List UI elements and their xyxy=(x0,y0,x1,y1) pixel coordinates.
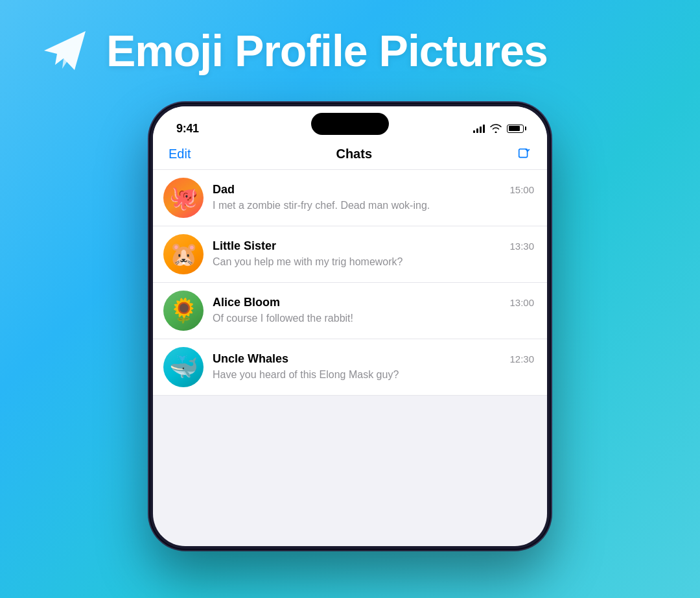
chat-item-little-sister[interactable]: 🐹 Little Sister 13:30 Can you help me wi… xyxy=(153,226,547,283)
edit-button[interactable]: Edit xyxy=(169,147,191,161)
chat-time-uncle-whales: 12:30 xyxy=(509,353,534,365)
header: Emoji Profile Pictures xyxy=(0,0,700,96)
compose-button[interactable] xyxy=(517,147,531,161)
chat-time-little-sister: 13:30 xyxy=(509,241,534,252)
wifi-icon xyxy=(490,124,502,133)
chat-preview-little-sister: Can you help me with my trig homework? xyxy=(213,256,534,269)
battery-icon xyxy=(507,125,524,133)
chat-preview-uncle-whales: Have you heard of this Elong Mask guy? xyxy=(213,368,534,382)
status-icons xyxy=(473,124,524,133)
chat-content-alice-bloom: Alice Bloom 13:00 Of course I followed t… xyxy=(213,296,534,326)
page-title: Emoji Profile Pictures xyxy=(106,25,548,76)
chat-time-alice-bloom: 13:00 xyxy=(509,297,534,308)
chat-name-dad: Dad xyxy=(213,183,235,197)
chat-content-dad: Dad 15:00 I met a zombie stir-fry chef. … xyxy=(213,183,534,213)
chat-time-dad: 15:00 xyxy=(509,184,534,195)
avatar-dad: 🐙 xyxy=(163,178,204,218)
chat-item-uncle-whales[interactable]: 🐳 Uncle Whales 12:30 Have you heard of t… xyxy=(153,339,547,396)
nav-bar: Edit Chats xyxy=(153,141,547,170)
dynamic-island xyxy=(311,113,389,135)
chat-preview-dad: I met a zombie stir-fry chef. Dead man w… xyxy=(213,199,534,213)
avatar-uncle-whales: 🐳 xyxy=(163,347,204,387)
status-bar: 9:41 xyxy=(153,106,547,141)
chat-name-little-sister: Little Sister xyxy=(213,239,276,253)
chat-preview-alice-bloom: Of course I followed the rabbit! xyxy=(213,312,534,326)
phone-frame: 9:41 xyxy=(149,102,551,550)
chats-title: Chats xyxy=(336,147,372,161)
phone-frame-wrapper: 9:41 xyxy=(0,102,700,550)
chat-content-little-sister: Little Sister 13:30 Can you help me with… xyxy=(213,239,534,269)
phone-screen: 9:41 xyxy=(153,106,547,546)
chat-list: 🐙 Dad 15:00 I met a zombie stir-fry chef… xyxy=(153,170,547,396)
telegram-logo-icon xyxy=(39,25,91,77)
chat-content-uncle-whales: Uncle Whales 12:30 Have you heard of thi… xyxy=(213,352,534,382)
chat-name-uncle-whales: Uncle Whales xyxy=(213,352,288,366)
avatar-alice-bloom: 🌻 xyxy=(163,291,204,331)
chat-name-alice-bloom: Alice Bloom xyxy=(213,296,280,309)
signal-bars-icon xyxy=(473,124,485,133)
chat-item-dad[interactable]: 🐙 Dad 15:00 I met a zombie stir-fry chef… xyxy=(153,170,547,226)
chat-item-alice-bloom[interactable]: 🌻 Alice Bloom 13:00 Of course I followed… xyxy=(153,283,547,339)
status-time: 9:41 xyxy=(176,122,199,136)
avatar-little-sister: 🐹 xyxy=(163,234,204,274)
